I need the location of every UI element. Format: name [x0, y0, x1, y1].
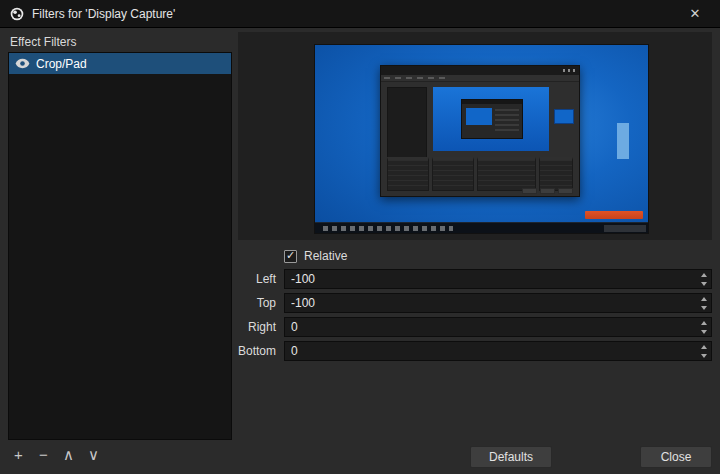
right-spinner [696, 318, 711, 336]
bottom-spinner [696, 342, 711, 360]
captured-dock-panel [539, 157, 573, 191]
taskbar-tray [604, 225, 646, 232]
spin-up-icon[interactable] [696, 270, 711, 279]
field-row-right: Right [236, 317, 712, 337]
captured-side-preview [554, 109, 574, 124]
captured-window-titlebar [381, 66, 579, 75]
captured-button [522, 188, 537, 194]
right-field-label: Right [236, 320, 276, 334]
window-title: Filters for 'Display Capture' [32, 7, 175, 21]
right-spinbox [284, 317, 712, 337]
captured-program-preview [433, 87, 549, 151]
preview-desktop-screenshot [315, 45, 648, 233]
close-button[interactable]: Close [640, 446, 712, 468]
bottom-spinbox [284, 341, 712, 361]
nested-preview-blue [466, 108, 492, 125]
titlebar: Filters for 'Display Capture' ✕ [0, 0, 720, 28]
move-filter-down-button[interactable]: ∨ [83, 444, 104, 465]
watermark-badge [585, 211, 643, 219]
captured-window-body [381, 83, 579, 196]
relative-checkbox[interactable]: ✓ [284, 250, 297, 263]
captured-dock-panel [477, 157, 535, 191]
filter-list[interactable]: Crop/Pad [8, 52, 232, 440]
filter-item-label: Crop/Pad [36, 57, 87, 71]
right-input[interactable] [285, 318, 696, 336]
bottom-input[interactable] [285, 342, 696, 360]
close-icon[interactable]: ✕ [680, 0, 710, 28]
left-spinbox [284, 269, 712, 289]
remove-filter-button[interactable]: − [33, 444, 54, 465]
nested-dialog-titlebar [462, 100, 522, 104]
relative-label: Relative [304, 249, 347, 263]
spin-up-icon[interactable] [696, 318, 711, 327]
spin-down-icon[interactable] [696, 303, 711, 312]
captured-obs-window [380, 65, 580, 197]
spin-up-icon[interactable] [696, 342, 711, 351]
obs-logo-icon [10, 7, 24, 21]
defaults-button[interactable]: Defaults [470, 446, 552, 468]
filter-toolbar: + − ∧ ∨ [8, 444, 104, 465]
nested-dialog-rows [495, 109, 519, 133]
top-field-label: Top [236, 296, 276, 310]
desktop-taskbar [315, 222, 648, 233]
taskbar-icons [323, 226, 453, 231]
field-row-bottom: Bottom [236, 341, 712, 361]
left-spinner [696, 270, 711, 288]
filter-row-crop-pad[interactable]: Crop/Pad [9, 53, 231, 74]
captured-window-menubar [381, 75, 579, 82]
left-field-label: Left [236, 272, 276, 286]
spin-down-icon[interactable] [696, 327, 711, 336]
visibility-eye-icon[interactable] [15, 58, 30, 69]
desktop-accent-bar [617, 123, 629, 159]
spin-down-icon[interactable] [696, 351, 711, 360]
filters-dialog: Filters for 'Display Capture' ✕ Effect F… [0, 0, 720, 474]
field-row-left: Left [236, 269, 712, 289]
captured-control-buttons [522, 188, 573, 194]
add-filter-button[interactable]: + [8, 444, 29, 465]
captured-menu-items [384, 77, 448, 79]
top-spinbox [284, 293, 712, 313]
bottom-field-label: Bottom [236, 344, 276, 358]
nested-dialog-window [461, 99, 523, 139]
captured-button [558, 188, 573, 194]
field-row-top: Top [236, 293, 712, 313]
top-spinner [696, 294, 711, 312]
relative-checkbox-row: ✓ Relative [284, 249, 347, 263]
left-input[interactable] [285, 270, 696, 288]
captured-button [540, 188, 555, 194]
effect-filters-heading: Effect Filters [10, 35, 76, 49]
spin-down-icon[interactable] [696, 279, 711, 288]
captured-dock-panel [432, 157, 474, 191]
captured-window-controls-icon [563, 69, 577, 72]
filter-preview-panel [238, 32, 712, 240]
top-input[interactable] [285, 294, 696, 312]
spin-up-icon[interactable] [696, 294, 711, 303]
captured-dock-panel [387, 157, 429, 191]
check-icon: ✓ [286, 250, 295, 261]
captured-docks-row [387, 157, 573, 191]
move-filter-up-button[interactable]: ∧ [58, 444, 79, 465]
